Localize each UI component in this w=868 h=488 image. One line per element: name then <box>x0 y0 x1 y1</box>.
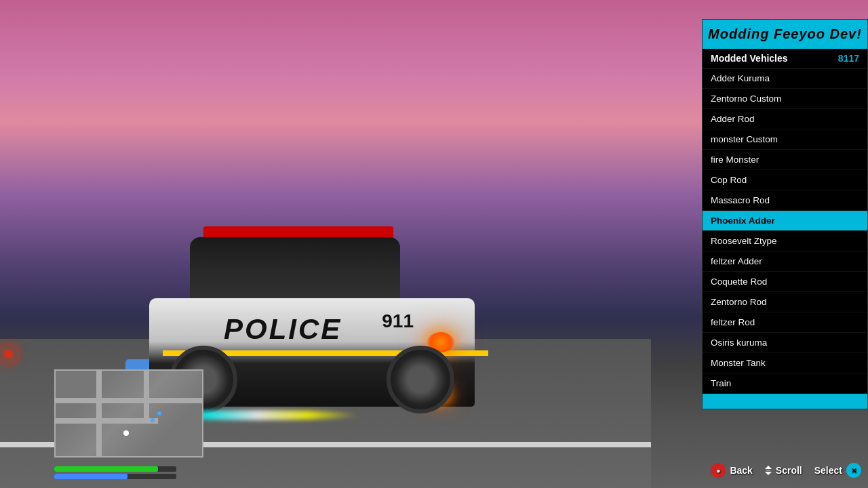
car-911-text: 911 <box>382 310 414 332</box>
back-label: Back <box>730 465 752 476</box>
select-label: Select <box>814 465 842 476</box>
health-bar-row <box>54 466 203 472</box>
menu-panel: Modding Feeyoo Dev! Modded Vehicles 8117… <box>702 19 868 409</box>
minimap-dot <box>151 418 155 422</box>
menu-item-3[interactable]: monster Custom <box>703 129 867 150</box>
menu-item-14[interactable]: Monster Tank <box>703 353 867 373</box>
select-control: Select ✕ <box>814 463 861 478</box>
minimap-inner <box>56 371 202 456</box>
menu-subheader: Modded Vehicles 8117 <box>703 49 867 68</box>
minimap-player-dot <box>123 430 129 436</box>
health-bar-bg <box>54 466 176 472</box>
menu-item-13[interactable]: Osiris kuruma <box>703 333 867 353</box>
menu-item-8[interactable]: Roosevelt Ztype <box>703 231 867 251</box>
minimap <box>54 369 203 458</box>
scroll-icon <box>765 466 772 475</box>
menu-item-10[interactable]: Coquette Rod <box>703 272 867 292</box>
scroll-down-arrow <box>765 472 772 475</box>
red-light <box>0 346 17 363</box>
menu-item-0[interactable]: Adder Kuruma <box>703 68 867 89</box>
car-police-text: POLICE <box>224 313 342 346</box>
armor-bar-fill <box>54 474 127 479</box>
back-control: ● Back <box>711 463 752 478</box>
subheader-count: 8117 <box>838 53 859 64</box>
menu-item-9[interactable]: feltzer Adder <box>703 251 867 272</box>
menu-item-15[interactable]: Train <box>703 373 867 394</box>
health-bar-fill <box>54 466 158 472</box>
car-wheel-right <box>387 346 454 413</box>
menu-footer <box>703 394 867 409</box>
minimap-road <box>96 371 102 456</box>
menu-item-4[interactable]: fire Monster <box>703 150 867 170</box>
scroll-middle <box>766 470 770 471</box>
back-button-icon[interactable]: ● <box>711 463 726 478</box>
menu-item-11[interactable]: Zentorno Rod <box>703 292 867 312</box>
menu-item-1[interactable]: Zentorno Custom <box>703 89 867 109</box>
scroll-up-arrow <box>765 466 772 469</box>
minimap-road <box>56 418 158 424</box>
scroll-control: Scroll <box>765 465 802 476</box>
select-button-icon[interactable]: ✕ <box>846 463 861 478</box>
menu-title: Modding Feeyoo Dev! <box>703 20 867 49</box>
menu-item-5[interactable]: Cop Rod <box>703 170 867 190</box>
menu-item-6[interactable]: Massacro Rod <box>703 190 867 211</box>
menu-items-list: Adder KurumaZentorno CustomAdder Rodmons… <box>703 68 867 394</box>
menu-item-2[interactable]: Adder Rod <box>703 109 867 129</box>
scroll-label: Scroll <box>776 465 802 476</box>
menu-item-12[interactable]: feltzer Rod <box>703 312 867 333</box>
menu-item-7[interactable]: Phoenix Adder <box>703 211 867 231</box>
armor-bar-bg <box>54 474 176 479</box>
controls-bar: ● Back Scroll Select ✕ <box>711 463 861 478</box>
minimap-road <box>56 398 202 403</box>
subheader-title: Modded Vehicles <box>711 53 788 64</box>
armor-bar-row <box>54 474 203 479</box>
minimap-road <box>144 371 149 422</box>
status-bars <box>54 466 203 481</box>
minimap-dot <box>157 411 161 415</box>
